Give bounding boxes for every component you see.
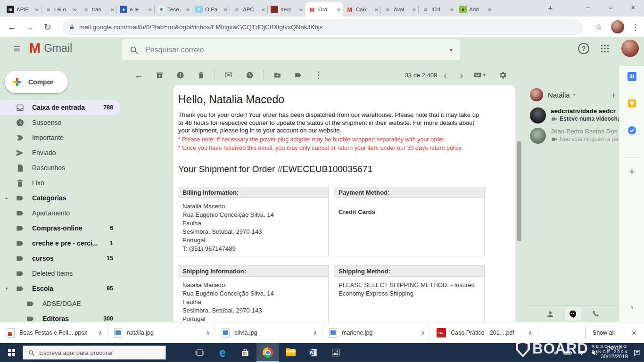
download-file-name[interactable]: natália.jpg [127,329,201,336]
main-menu-icon[interactable]: ≡ [10,42,24,55]
sidebar-item[interactable]: Caixa de entrada 788 [0,100,121,115]
browser-profile-avatar[interactable] [611,20,624,33]
older-email-icon[interactable]: › [460,71,463,80]
download-file-name[interactable]: marlene.jpg [342,329,416,336]
download-options-icon[interactable]: ∧ [528,330,532,336]
keyboard-icon[interactable] [473,71,482,79]
sidebar-item[interactable]: Deleted Items [0,266,121,281]
back-to-inbox-icon[interactable]: ← [133,69,144,81]
browser-tab[interactable]: ✱ Tese × [155,2,192,16]
more-options-icon[interactable]: ⋮ [313,69,324,81]
window-maximize-button[interactable]: □ [600,0,621,14]
tab-close-icon[interactable]: × [374,7,378,13]
sidebar-item[interactable]: creche e pre - cerci... 1 [0,236,121,251]
sidebar-item[interactable]: Apartamento [0,206,121,221]
download-item[interactable]: marlene.jpg ∧ [322,322,430,343]
delete-icon[interactable] [195,69,206,81]
download-item[interactable]: Boas Festas e Feli....ppsx ∧ [0,322,107,343]
sidebar-item[interactable]: ADSE/DGAE [0,296,121,311]
word-icon[interactable]: W [302,343,324,362]
new-tab-button[interactable]: + [543,2,557,15]
sidebar-item[interactable]: ▸ Categorias [0,190,121,206]
keep-icon[interactable] [627,99,637,108]
archive-icon[interactable] [154,69,165,81]
browser-tab[interactable]: m APIE × [4,2,41,16]
tray-expand-icon[interactable]: ∧ [550,343,560,362]
newer-email-icon[interactable]: ‹ [444,71,446,80]
calendar-icon[interactable]: 31 [627,72,636,81]
snooze-icon[interactable] [244,69,255,81]
chrome-icon[interactable] [256,343,279,362]
task-view-button[interactable] [189,343,211,362]
tab-close-icon[interactable]: × [450,7,454,13]
photos-icon[interactable] [324,343,347,362]
sidebar-item[interactable]: cursos 15 [0,251,121,266]
sidebar-item[interactable]: Enviado [0,145,121,160]
address-bar[interactable]: mail.google.com/mail/u/0/?tab=rm&ogbl#in… [62,19,583,35]
tasks-icon[interactable] [627,125,637,135]
url-text[interactable]: mail.google.com/mail/u/0/?tab=rm&ogbl#in… [79,24,323,31]
phone-icon[interactable] [587,307,603,321]
apps-grid-icon[interactable] [600,43,610,54]
browser-tab[interactable]: T O Pa × [192,2,230,16]
input-tools[interactable]: ▾ [473,71,486,79]
browser-tab[interactable]: M Caix × [343,2,381,16]
download-item[interactable]: sílvia.jpg ∧ [215,322,322,343]
tab-close-icon[interactable]: × [35,7,39,13]
wifi-icon[interactable] [575,343,587,362]
bookmark-star-icon[interactable]: ☆ [591,19,607,35]
tab-close-icon[interactable]: × [73,7,76,13]
browser-tab[interactable]: trab × [79,2,117,16]
tab-close-icon[interactable]: × [299,7,303,13]
browser-reload-icon[interactable]: ↻ [40,19,56,35]
taskbar-search-box[interactable] [23,346,166,360]
download-item[interactable]: PDF Caso Prático - 201....pdf ∧ [430,322,537,343]
hangouts-icon[interactable] [565,307,581,321]
file-explorer-icon[interactable] [279,343,302,362]
account-avatar[interactable] [621,40,639,57]
sidebar-item[interactable]: ▾ Escola 95 [0,281,121,296]
browser-tab[interactable]: M Ord × [305,2,343,16]
download-item[interactable]: natália.jpg ∧ [107,322,215,343]
chevron-down-icon[interactable]: ▾ [573,93,576,97]
battery-icon[interactable] [562,343,574,362]
tab-close-icon[interactable]: × [223,7,227,13]
mail-search-bar[interactable]: ▾ [122,39,460,60]
tab-close-icon[interactable]: × [110,7,114,13]
window-close-button[interactable]: × [622,0,644,14]
search-options-icon[interactable]: ▾ [450,47,453,53]
download-options-icon[interactable]: ∧ [206,330,210,336]
tab-close-icon[interactable]: × [148,7,152,13]
browser-tab[interactable]: Aval × [381,2,419,16]
expand-arrow-icon[interactable]: ▸ [6,196,12,200]
sidebar-item[interactable]: Suspenso [0,115,121,130]
sidebar-item[interactable]: Lixo [0,175,121,190]
hide-panel-chevron-icon[interactable]: › [627,302,637,312]
window-minimize-button[interactable]: – [577,0,599,14]
hangouts-user-row[interactable]: Natália ▾ + [530,88,619,102]
download-options-icon[interactable]: ∧ [313,330,317,336]
tab-close-icon[interactable]: × [186,7,190,13]
close-downloads-bar-icon[interactable]: × [632,329,636,337]
help-icon[interactable]: ? [578,43,589,54]
edge-icon[interactable]: e [211,343,234,362]
browser-tab[interactable]: e e-le × [117,2,155,16]
search-input[interactable] [145,46,443,54]
start-button[interactable] [0,343,23,362]
add-addon-icon[interactable]: + [627,167,637,177]
compose-button[interactable]: Compor [5,71,68,93]
mark-unread-icon[interactable]: ✉ [223,69,234,81]
taskbar-search-input[interactable] [39,349,161,356]
tab-close-icon[interactable]: × [261,7,265,13]
tab-close-icon[interactable]: × [337,7,340,13]
browser-tab[interactable]: Lei n × [41,2,79,16]
browser-menu-icon[interactable]: ⋮ [627,19,644,35]
download-file-name[interactable]: Boas Festas e Feli....ppsx [19,329,93,336]
sidebar-item[interactable]: Compras-online 6 [0,221,121,236]
sidebar-item[interactable]: Rascunhos [0,160,121,175]
browser-tab[interactable]: APC × [230,2,268,16]
chat-list-item[interactable]: aedcriatividade aedcr Esteve numa videoc… [530,107,624,123]
microsoft-store-icon[interactable] [234,343,256,362]
browser-tab[interactable]: 404 × [419,2,456,16]
expand-arrow-icon[interactable]: ▾ [6,286,12,291]
